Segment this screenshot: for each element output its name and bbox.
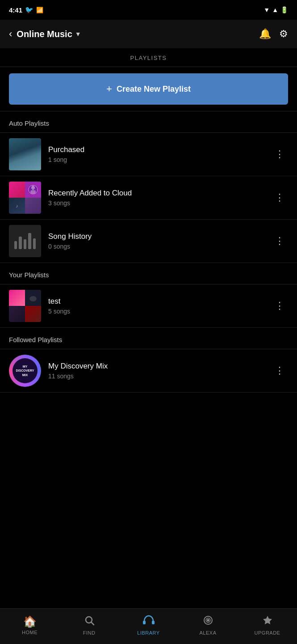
playlists-section-label: PLAYLISTS	[0, 48, 297, 67]
discovery-mix-label: MYDISCOVERYMIX	[16, 364, 34, 377]
playlist-name-purchased: Purchased	[48, 145, 271, 154]
header: ‹ Online Music ▼ 🔔 ⚙	[0, 20, 297, 48]
playlist-info-purchased: Purchased 1 song	[48, 145, 271, 163]
nav-label-home: HOME	[22, 630, 38, 635]
twitter-icon: 🐦	[25, 6, 33, 14]
playlist-name-discovery-mix: My Discovery Mix	[48, 362, 271, 371]
header-title: Online Music ▼	[17, 29, 81, 39]
signal-icon: 📶	[36, 7, 43, 13]
playlist-songs-recently-added: 3 songs	[48, 199, 271, 207]
app-title: Online Music	[17, 29, 72, 39]
playlist-songs-discovery-mix: 11 songs	[48, 373, 271, 380]
library-icon	[142, 615, 155, 628]
playlist-item-purchased[interactable]: Purchased 1 song ⋮	[0, 133, 297, 176]
playlist-name-recently-added: Recently Added to Cloud	[48, 189, 271, 198]
playlist-thumb-test	[9, 290, 41, 322]
back-button[interactable]: ‹	[9, 28, 12, 40]
svg-marker-15	[263, 616, 272, 624]
cell-signal-icon: ▲	[272, 6, 278, 13]
playlist-item-test[interactable]: test 5 songs ⋮	[0, 284, 297, 328]
alexa-icon	[203, 615, 213, 628]
your-playlists-heading: Your Playlists	[0, 263, 297, 284]
status-bar: 4:41 🐦 📶 ▼ ▲ 🔋	[0, 0, 297, 20]
svg-rect-11	[152, 621, 155, 624]
svg-point-7	[29, 296, 37, 301]
main-content: PLAYLISTS + Create New Playlist Auto Pla…	[0, 48, 297, 433]
svg-point-14	[207, 619, 209, 621]
create-playlist-button[interactable]: + Create New Playlist	[9, 73, 288, 105]
create-button-label: Create New Playlist	[117, 85, 191, 94]
playlist-info-recently-added: Recently Added to Cloud 3 songs	[48, 189, 271, 207]
home-icon: 🏠	[23, 615, 37, 628]
playlist-item-song-history[interactable]: Song History 0 songs ⋮	[0, 220, 297, 263]
nav-label-alexa: ALEXA	[200, 630, 217, 636]
svg-rect-4	[30, 190, 36, 194]
playlist-name-song-history: Song History	[48, 232, 271, 241]
album-art-icon2	[25, 290, 41, 306]
header-left: ‹ Online Music ▼	[9, 28, 81, 40]
battery-icon: 🔋	[280, 6, 288, 13]
dropdown-arrow-icon[interactable]: ▼	[75, 30, 81, 38]
nav-label-upgrade: UPGRADE	[255, 630, 280, 636]
playlist-songs-song-history: 0 songs	[48, 243, 271, 250]
svg-point-3	[31, 186, 35, 190]
status-time: 4:41	[9, 6, 22, 14]
bottom-navigation: 🏠 HOME FIND LIBRARY	[0, 608, 297, 644]
playlist-thumb-discovery-mix: MYDISCOVERYMIX	[9, 355, 41, 387]
more-button-purchased[interactable]: ⋮	[271, 146, 288, 163]
nav-item-home[interactable]: 🏠 HOME	[0, 615, 59, 635]
more-button-recently-added[interactable]: ⋮	[271, 189, 288, 206]
status-right: ▼ ▲ 🔋	[264, 6, 288, 13]
equalizer-icon	[14, 233, 36, 249]
playlist-name-test: test	[48, 297, 271, 306]
playlist-info-song-history: Song History 0 songs	[48, 232, 271, 250]
svg-rect-10	[143, 621, 146, 624]
svg-line-9	[91, 622, 94, 625]
find-icon	[84, 615, 95, 628]
playlist-thumb-song-history	[9, 225, 41, 257]
header-right: 🔔 ⚙	[259, 28, 288, 40]
nav-item-upgrade[interactable]: UPGRADE	[238, 615, 297, 636]
playlist-songs-test: 5 songs	[48, 308, 271, 315]
nav-item-find[interactable]: FIND	[59, 615, 119, 636]
more-button-discovery-mix[interactable]: ⋮	[271, 362, 288, 379]
plus-icon: +	[106, 83, 112, 95]
nav-label-find: FIND	[83, 630, 96, 636]
playlist-thumb-purchased	[9, 138, 41, 170]
more-button-song-history[interactable]: ⋮	[271, 233, 288, 250]
upgrade-icon	[262, 615, 273, 628]
settings-icon[interactable]: ⚙	[279, 28, 288, 40]
playlist-info-discovery-mix: My Discovery Mix 11 songs	[48, 362, 271, 380]
nav-item-library[interactable]: LIBRARY	[119, 615, 178, 636]
playlist-songs-purchased: 1 song	[48, 156, 271, 163]
nav-item-alexa[interactable]: ALEXA	[178, 615, 238, 636]
nav-label-library: LIBRARY	[137, 630, 159, 636]
playlist-thumb-recently-added: ♪	[9, 182, 41, 214]
auto-playlists-heading: Auto Playlists	[0, 111, 297, 133]
playlist-item-discovery-mix[interactable]: MYDISCOVERYMIX My Discovery Mix 11 songs…	[0, 349, 297, 393]
followed-playlists-heading: Followed Playlists	[0, 328, 297, 349]
playlist-info-test: test 5 songs	[48, 297, 271, 315]
notification-icon[interactable]: 🔔	[259, 28, 271, 40]
status-left: 4:41 🐦 📶	[9, 6, 43, 14]
wifi-icon: ▼	[264, 6, 270, 13]
more-button-test[interactable]: ⋮	[271, 297, 288, 314]
playlist-item-recently-added[interactable]: ♪ Recently Added to Cloud 3 songs ⋮	[0, 176, 297, 220]
album-art-icon	[25, 182, 41, 198]
